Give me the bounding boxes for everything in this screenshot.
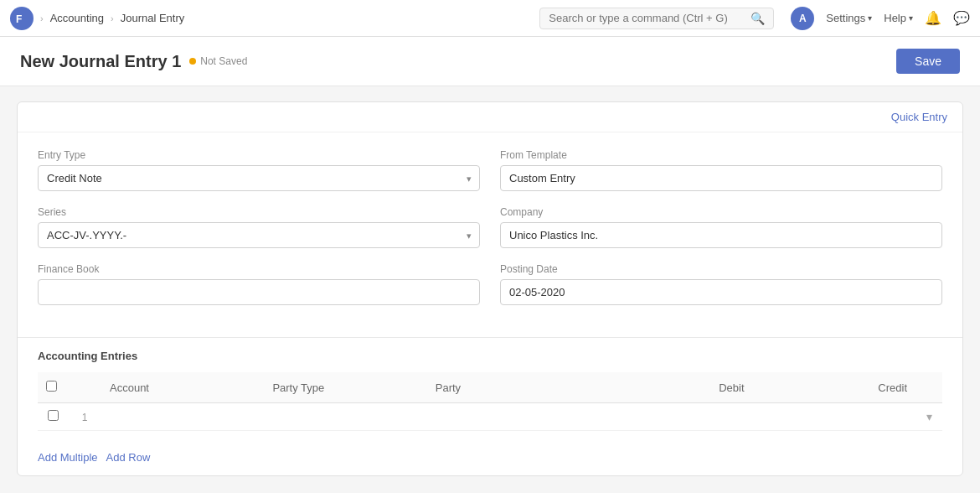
row-credit-cell[interactable] (753, 403, 916, 431)
col-action (916, 372, 942, 403)
help-chevron-icon: ▾ (909, 13, 913, 23)
row-check-cell (38, 403, 68, 431)
row-party-type-cell[interactable] (264, 403, 426, 431)
posting-date-label: Posting Date (500, 263, 942, 275)
from-template-input[interactable] (500, 165, 942, 191)
add-row-button[interactable]: Add Row (106, 451, 151, 464)
row-credit-input[interactable] (761, 411, 907, 423)
row-action-cell: ▾ (916, 403, 942, 431)
series-select[interactable]: ACC-JV-.YYYY.- (38, 222, 480, 248)
main-content: Quick Entry Entry Type Credit Note Journ… (0, 101, 980, 493)
row-party-input[interactable] (436, 411, 581, 423)
breadcrumb-journal-entry[interactable]: Journal Entry (121, 12, 185, 24)
select-all-checkbox[interactable] (46, 381, 57, 392)
table-header: Account Party Type Party Debit Credit (38, 372, 942, 403)
form-card: Quick Entry Entry Type Credit Note Journ… (17, 101, 963, 476)
quick-entry-bar: Quick Entry (18, 102, 962, 132)
search-icon: 🔍 (750, 12, 765, 25)
company-group: Company (500, 206, 942, 248)
accounting-entries-title: Accounting Entries (18, 350, 962, 362)
section-divider (18, 337, 962, 338)
avatar-label: A (799, 13, 807, 24)
svg-text:F: F (16, 13, 22, 25)
row-debit-input[interactable] (598, 411, 744, 423)
page-title: New Journal Entry 1 (20, 52, 181, 71)
company-input[interactable] (500, 222, 942, 248)
topnav-right: A Settings ▾ Help ▾ 🔔 💬 (791, 7, 970, 30)
help-button[interactable]: Help ▾ (884, 12, 913, 24)
quick-entry-link[interactable]: Quick Entry (891, 111, 947, 123)
col-check (38, 372, 68, 403)
from-template-group: From Template (500, 149, 942, 191)
form-row-3: Finance Book Posting Date (38, 263, 942, 305)
form-row-1: Entry Type Credit Note Journal Entry Ope… (38, 149, 942, 191)
topnav: F › Accounting › Journal Entry 🔍 A Setti… (0, 0, 980, 37)
page-title-row: New Journal Entry 1 Not Saved (20, 52, 247, 71)
breadcrumb-sep-2: › (111, 13, 114, 23)
row-checkbox[interactable] (48, 410, 59, 421)
col-credit: Credit (753, 372, 916, 403)
status-dot (189, 58, 196, 65)
notifications-icon[interactable]: 🔔 (925, 10, 941, 26)
col-account: Account (101, 372, 264, 403)
save-button[interactable]: Save (896, 49, 960, 74)
series-group: Series ACC-JV-.YYYY.- ▾ (38, 206, 480, 248)
col-debit: Debit (590, 372, 752, 403)
row-number: 1 (82, 412, 88, 423)
breadcrumb-sep-1: › (40, 13, 44, 23)
from-template-label: From Template (500, 149, 942, 161)
status-label: Not Saved (200, 55, 247, 67)
table-row: 1 (38, 403, 942, 431)
row-debit-cell[interactable] (590, 403, 752, 431)
avatar[interactable]: A (791, 7, 814, 30)
entry-type-group: Entry Type Credit Note Journal Entry Ope… (38, 149, 480, 191)
page-header: New Journal Entry 1 Not Saved Save (0, 37, 980, 86)
app-logo[interactable]: F (10, 7, 34, 30)
finance-book-label: Finance Book (38, 263, 480, 275)
form-body: Entry Type Credit Note Journal Entry Ope… (18, 132, 962, 337)
status-badge: Not Saved (189, 55, 247, 67)
row-dropdown-icon[interactable]: ▾ (926, 410, 932, 423)
row-num-cell: 1 (68, 403, 101, 431)
chat-icon[interactable]: 💬 (953, 10, 970, 26)
col-num (68, 372, 101, 403)
finance-book-group: Finance Book (38, 263, 480, 305)
finance-book-input[interactable] (38, 279, 480, 305)
col-party-type: Party Type (264, 372, 426, 403)
col-party: Party (427, 372, 590, 403)
row-party-type-input[interactable] (272, 411, 418, 423)
series-label: Series (38, 206, 480, 218)
table-actions: Add Multiple Add Row (18, 444, 962, 475)
series-select-wrapper: ACC-JV-.YYYY.- ▾ (38, 222, 480, 248)
search-input[interactable] (549, 12, 745, 24)
accounting-entries-table: Account Party Type Party Debit Credit (38, 372, 942, 431)
row-account-input[interactable] (110, 411, 255, 423)
posting-date-input[interactable] (500, 279, 942, 305)
add-multiple-button[interactable]: Add Multiple (38, 451, 98, 464)
form-row-2: Series ACC-JV-.YYYY.- ▾ Company (38, 206, 942, 248)
settings-chevron-icon: ▾ (868, 13, 872, 23)
entry-type-label: Entry Type (38, 149, 480, 161)
accounting-entries-table-wrapper: Account Party Type Party Debit Credit (18, 372, 962, 444)
table-body: 1 (38, 403, 942, 431)
row-party-cell[interactable] (427, 403, 590, 431)
search-bar[interactable]: 🔍 (539, 8, 774, 29)
settings-button[interactable]: Settings ▾ (826, 12, 872, 24)
entry-type-select-wrapper: Credit Note Journal Entry Opening Entry … (38, 165, 480, 191)
breadcrumb-accounting[interactable]: Accounting (50, 12, 104, 24)
posting-date-group: Posting Date (500, 263, 942, 305)
row-account-cell[interactable] (101, 403, 264, 431)
company-label: Company (500, 206, 942, 218)
entry-type-select[interactable]: Credit Note Journal Entry Opening Entry … (38, 165, 480, 191)
